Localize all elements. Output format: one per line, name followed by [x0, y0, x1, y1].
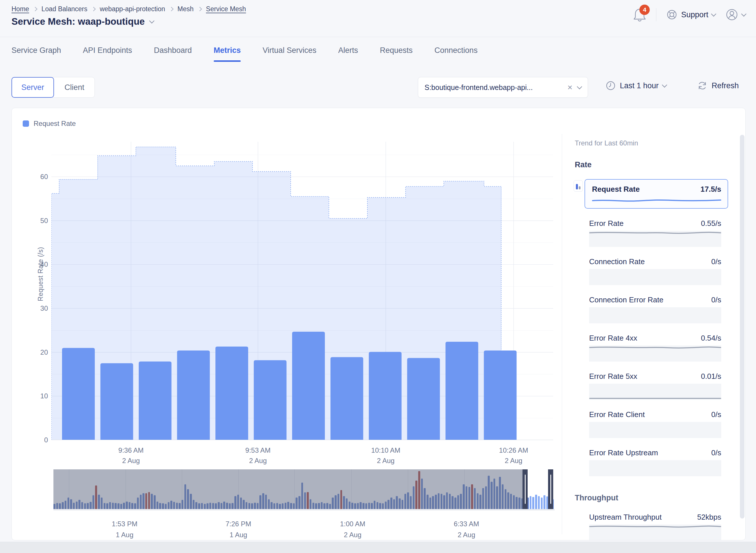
metric-value: 0.01/s: [701, 372, 721, 381]
breadcrumb: HomeLoad Balancerswebapp-api-protectionM…: [11, 5, 246, 13]
y-axis-title: Request Rate (/s): [37, 237, 44, 312]
bottom-band: [0, 542, 756, 553]
tab-requests[interactable]: Requests: [380, 46, 412, 62]
request-rate-bar[interactable]: [177, 351, 210, 440]
service-mesh-metrics-page: HomeLoad Balancerswebapp-api-protectionM…: [0, 0, 756, 553]
avatar-icon: [725, 8, 739, 21]
request-rate-bar[interactable]: [407, 358, 440, 440]
timeline-baseline: [54, 509, 555, 510]
breadcrumb-item-webapp-api-protection[interactable]: webapp-api-protection: [100, 5, 165, 13]
metric-value: 0/s: [711, 448, 721, 457]
metric-error-rate-client[interactable]: Error Rate Client0/s: [589, 410, 721, 438]
metric-error-rate[interactable]: Error Rate0.55/s: [589, 219, 721, 247]
request-rate-bar[interactable]: [330, 357, 363, 440]
header-actions: 4 Support: [633, 7, 746, 22]
metric-error-rate-5xx[interactable]: Error Rate 5xx0.01/s: [589, 372, 721, 400]
request-rate-bar[interactable]: [254, 360, 287, 440]
request-rate-bar[interactable]: [369, 352, 401, 440]
server-client-toggle: ServerClient: [11, 77, 95, 98]
metric-sparkline-box: [589, 422, 721, 438]
tab-connections[interactable]: Connections: [435, 46, 478, 62]
metric-sparkline-box: [589, 384, 721, 400]
metric-value: 0/s: [711, 410, 721, 419]
metric-label: Upstream Throughput: [589, 513, 662, 522]
chart-svg: [52, 142, 553, 440]
metric-label: Error Rate 5xx: [589, 372, 637, 381]
breadcrumb-item-load-balancers[interactable]: Load Balancers: [41, 5, 87, 13]
mini-bar: [532, 497, 534, 509]
brush-handle-right[interactable]: [548, 469, 553, 509]
mini-bar: [541, 497, 543, 509]
mini-x-axis-tick-label: 6:33 AM2 Aug: [444, 519, 489, 540]
tab-virtual-services[interactable]: Virtual Services: [263, 46, 316, 62]
metric-label: Connection Rate: [589, 257, 645, 266]
metric-label: Error Rate 4xx: [589, 334, 637, 342]
breadcrumb-item-home[interactable]: Home: [11, 5, 29, 13]
metric-label: Error Rate: [589, 219, 624, 228]
mini-x-axis-tick-label: 1:53 PM1 Aug: [102, 519, 148, 540]
timeline-brush-chart[interactable]: [54, 469, 555, 509]
sidebar-scrollbar[interactable]: [740, 135, 745, 519]
notifications-button[interactable]: 4: [633, 7, 646, 22]
legend-swatch: [23, 121, 29, 127]
request-rate-bar[interactable]: [62, 348, 95, 440]
throughput-section-header: Throughput: [575, 493, 733, 502]
lifebuoy-icon: [666, 9, 678, 20]
bar-chart-icon: [574, 180, 583, 192]
header-bottom-divider: [0, 37, 756, 37]
metric-value: 0.54/s: [701, 334, 721, 342]
brush-overlay: [54, 469, 523, 509]
sparkline: [589, 345, 721, 362]
support-menu[interactable]: Support: [666, 9, 716, 20]
clock-icon: [605, 80, 616, 91]
metric-error-rate-upstream[interactable]: Error Rate Upstream0/s: [589, 448, 721, 476]
metric-connection-rate[interactable]: Connection Rate0/s: [589, 257, 721, 285]
refresh-button[interactable]: Refresh: [697, 80, 739, 91]
x-axis-tick-label: 9:53 AM2 Aug: [235, 445, 281, 466]
request-rate-chart[interactable]: [52, 142, 553, 440]
metrics-sidebar: Trend for Last 60min Rate Request Rate17…: [572, 139, 733, 540]
time-range-picker[interactable]: Last 1 hour: [605, 80, 666, 91]
breadcrumb-separator-icon: [33, 7, 37, 11]
tab-alerts[interactable]: Alerts: [338, 46, 358, 62]
request-rate-bar[interactable]: [215, 347, 248, 440]
account-menu[interactable]: [725, 8, 746, 21]
x-axis-tick-label: 9:36 AM2 Aug: [108, 445, 154, 466]
request-rate-bar[interactable]: [101, 363, 133, 440]
segment-client[interactable]: Client: [52, 77, 95, 98]
service-filter-select[interactable]: S:boutique-frontend.webapp-api... ×: [418, 77, 588, 98]
breadcrumb-item-mesh[interactable]: Mesh: [178, 5, 194, 13]
request-rate-bar[interactable]: [139, 362, 172, 440]
brush-handle-left[interactable]: [523, 469, 528, 509]
metric-connection-error-rate[interactable]: Connection Error Rate0/s: [589, 296, 721, 323]
page-title: Service Mesh: waap-boutique: [11, 16, 145, 27]
chart-legend[interactable]: Request Rate: [23, 120, 76, 128]
request-rate-bar[interactable]: [484, 351, 517, 440]
breadcrumb-item-service-mesh[interactable]: Service Mesh: [206, 5, 246, 13]
metric-value: 17.5/s: [700, 185, 721, 194]
title-chevron-down-icon[interactable]: [149, 18, 154, 23]
request-rate-bar[interactable]: [446, 342, 478, 440]
sparkline: [589, 231, 721, 247]
breadcrumb-separator-icon: [169, 7, 174, 11]
request-rate-bar[interactable]: [292, 332, 325, 440]
tab-dashboard[interactable]: Dashboard: [154, 46, 192, 62]
tab-service-graph[interactable]: Service Graph: [11, 46, 61, 62]
metric-request-rate-selected[interactable]: Request Rate17.5/s: [584, 179, 728, 209]
mini-bar: [535, 495, 537, 509]
metric-error-rate-4xx[interactable]: Error Rate 4xx0.54/s: [589, 334, 721, 362]
clear-filter-icon[interactable]: ×: [567, 83, 572, 92]
metric-label: Connection Error Rate: [589, 296, 664, 304]
header-divider: [656, 8, 656, 21]
tab-metrics[interactable]: Metrics: [214, 46, 241, 62]
y-axis-tick-label: 60: [23, 173, 48, 181]
time-chevron-down-icon: [662, 82, 667, 87]
mini-bar: [544, 495, 546, 509]
y-axis-tick-label: 10: [23, 392, 48, 400]
metric-label: Request Rate: [592, 185, 640, 194]
tab-api-endpoints[interactable]: API Endpoints: [83, 46, 132, 62]
segment-server[interactable]: Server: [11, 77, 54, 98]
metric-upstream-throughput[interactable]: Upstream Throughput52kbps: [589, 513, 721, 540]
service-filter-value: S:boutique-frontend.webapp-api...: [424, 83, 562, 92]
metric-value: 52kbps: [697, 513, 721, 522]
